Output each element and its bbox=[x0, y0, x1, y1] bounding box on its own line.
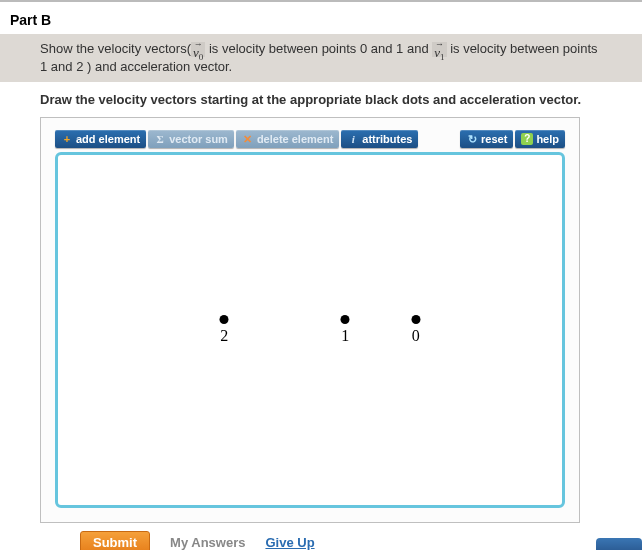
reset-label: reset bbox=[481, 133, 507, 145]
help-icon: ? bbox=[521, 133, 533, 145]
vector-v1: →v1 bbox=[432, 42, 446, 57]
reset-button[interactable]: ↻ reset bbox=[460, 130, 513, 148]
attributes-label: attributes bbox=[362, 133, 412, 145]
add-element-button[interactable]: + add element bbox=[55, 130, 146, 148]
instruction-text: Draw the velocity vectors starting at th… bbox=[0, 82, 642, 111]
info-icon: i bbox=[347, 133, 359, 145]
plot-point[interactable]: 0 bbox=[411, 315, 420, 345]
dot-icon bbox=[341, 315, 350, 324]
drawing-canvas[interactable]: + add element Σ vector sum ✕ delete elem… bbox=[40, 117, 580, 523]
delete-element-label: delete element bbox=[257, 133, 333, 145]
reset-icon: ↻ bbox=[466, 133, 478, 145]
sigma-icon: Σ bbox=[154, 133, 166, 145]
delete-icon: ✕ bbox=[242, 133, 254, 145]
plus-icon: + bbox=[61, 133, 73, 145]
plot-point[interactable]: 2 bbox=[220, 315, 229, 345]
help-button[interactable]: ? help bbox=[515, 130, 565, 148]
prompt-text: Show the velocity vectors(→v0 is velocit… bbox=[0, 34, 642, 82]
vector-sum-label: vector sum bbox=[169, 133, 228, 145]
dot-icon bbox=[411, 315, 420, 324]
help-label: help bbox=[536, 133, 559, 145]
my-answers-link[interactable]: My Answers bbox=[170, 535, 245, 550]
point-label: 1 bbox=[341, 327, 350, 345]
submit-button[interactable]: Submit bbox=[80, 531, 150, 550]
point-label: 0 bbox=[411, 327, 420, 345]
plot-area[interactable]: 210 bbox=[55, 152, 565, 508]
plot-point[interactable]: 1 bbox=[341, 315, 350, 345]
dot-icon bbox=[220, 315, 229, 324]
give-up-link[interactable]: Give Up bbox=[265, 535, 314, 550]
attributes-button[interactable]: i attributes bbox=[341, 130, 418, 148]
canvas-toolbar: + add element Σ vector sum ✕ delete elem… bbox=[55, 130, 565, 148]
prompt-lead: Show the velocity vectors( bbox=[40, 41, 191, 56]
point-label: 2 bbox=[220, 327, 229, 345]
vector-sum-button[interactable]: Σ vector sum bbox=[148, 130, 234, 148]
delete-element-button[interactable]: ✕ delete element bbox=[236, 130, 339, 148]
add-element-label: add element bbox=[76, 133, 140, 145]
part-title: Part B bbox=[0, 8, 642, 34]
corner-button[interactable] bbox=[596, 538, 642, 550]
vector-v0: →v0 bbox=[191, 42, 205, 57]
